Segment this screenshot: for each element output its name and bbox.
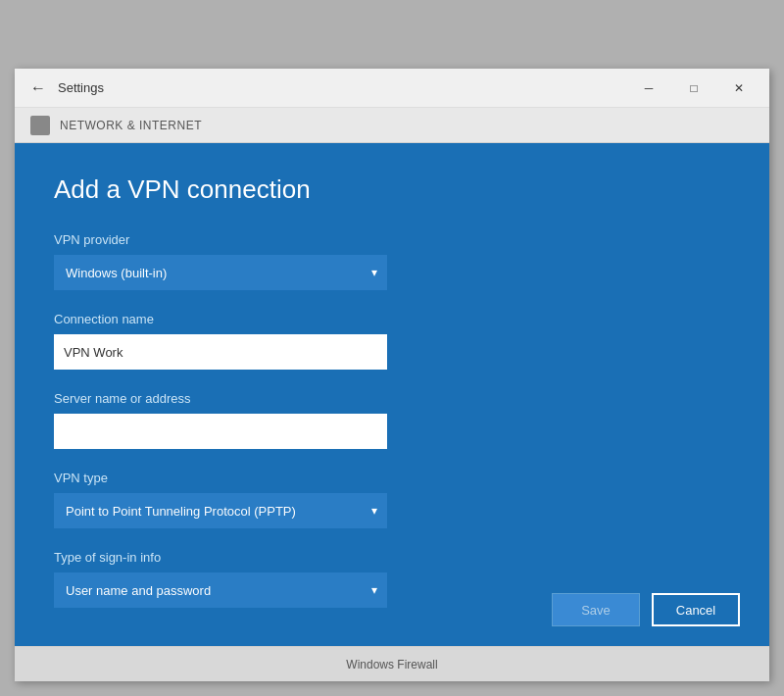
back-button[interactable]: ← <box>23 73 54 104</box>
window-controls: ─ □ ✕ <box>626 69 761 108</box>
server-group: Server name or address <box>54 391 730 449</box>
vpn-type-select[interactable]: Point to Point Tunneling Protocol (PPTP)… <box>54 493 387 528</box>
page-title: Add a VPN connection <box>54 174 730 205</box>
action-buttons: Save Cancel <box>552 593 740 626</box>
footer-text: Windows Firewall <box>346 658 437 671</box>
title-bar: ← Settings ─ □ ✕ <box>15 69 769 108</box>
vpn-provider-wrapper: Windows (built-in) ▾ <box>54 255 387 290</box>
close-button[interactable]: ✕ <box>716 69 761 108</box>
vpn-provider-label: VPN provider <box>54 232 730 247</box>
network-icon <box>30 116 50 135</box>
connection-name-label: Connection name <box>54 312 730 326</box>
window-title: Settings <box>58 80 626 95</box>
vpn-provider-select[interactable]: Windows (built-in) <box>54 255 387 290</box>
cancel-button[interactable]: Cancel <box>652 593 740 626</box>
vpn-type-wrapper: Point to Point Tunneling Protocol (PPTP)… <box>54 493 387 528</box>
signin-label: Type of sign-in info <box>54 550 730 565</box>
server-input[interactable] <box>54 414 387 449</box>
vpn-provider-group: VPN provider Windows (built-in) ▾ <box>54 232 730 290</box>
content-area: Add a VPN connection VPN provider Window… <box>15 143 769 646</box>
minimize-button[interactable]: ─ <box>626 69 671 108</box>
save-button[interactable]: Save <box>552 593 640 626</box>
connection-name-input[interactable] <box>54 334 387 370</box>
header-text: NETWORK & INTERNET <box>60 119 202 132</box>
vpn-type-label: VPN type <box>54 471 730 485</box>
bottom-strip: Windows Firewall <box>15 646 769 681</box>
maximize-button[interactable]: □ <box>671 69 716 108</box>
signin-select[interactable]: User name and passwordSmart cardOne-time… <box>54 572 387 608</box>
signin-wrapper: User name and passwordSmart cardOne-time… <box>54 572 387 608</box>
header-strip: NETWORK & INTERNET <box>15 108 769 143</box>
connection-name-group: Connection name <box>54 312 730 370</box>
vpn-type-group: VPN type Point to Point Tunneling Protoc… <box>54 471 730 528</box>
server-label: Server name or address <box>54 391 730 406</box>
settings-window: ← Settings ─ □ ✕ NETWORK & INTERNET Add … <box>15 69 769 681</box>
vpn-panel: Add a VPN connection VPN provider Window… <box>15 143 769 646</box>
